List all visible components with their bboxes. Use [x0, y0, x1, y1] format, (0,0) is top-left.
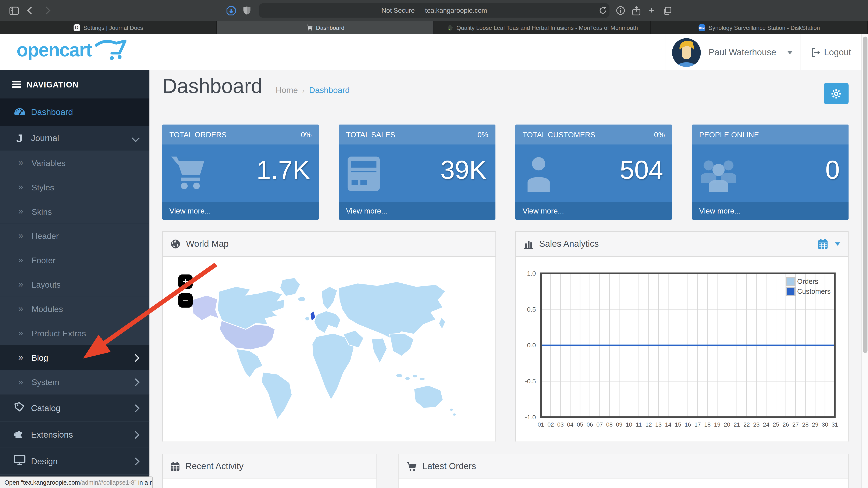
scrollbar-thumb[interactable]	[863, 36, 867, 353]
tab-monteas[interactable]: Quality Loose Leaf Teas and Herbal Infus…	[434, 21, 651, 34]
tab-synology[interactable]: DSM Synology Surveillance Station - Disk…	[651, 21, 868, 34]
svg-text:13: 13	[655, 421, 661, 428]
sales-analytics-panel: Sales Analytics 1.00.50.0-0.5-1.00102030…	[516, 231, 849, 442]
svg-text:21: 21	[734, 421, 740, 428]
guillemet-icon: »	[18, 206, 23, 216]
sidebar-item-label: Dashboard	[31, 107, 73, 117]
world-map-panel: World Map + −	[162, 231, 496, 442]
chart-legend: OrdersCustomers	[786, 276, 831, 296]
browser-toolbar: Not Secure — tea.kangaroopie.com +	[0, 0, 868, 21]
page-scrollbar[interactable]	[862, 34, 868, 488]
chevron-right-icon	[133, 353, 138, 362]
latest-orders-panel: Latest Orders	[398, 454, 848, 488]
svg-text:0.5: 0.5	[527, 306, 536, 313]
svg-text:26: 26	[783, 421, 789, 428]
panel-title: Sales Analytics	[539, 239, 599, 249]
legend-item: Orders	[786, 276, 831, 286]
tab-overview-icon[interactable]	[661, 0, 673, 21]
map-zoom-out-button[interactable]: −	[178, 293, 193, 307]
tile-label: TOTAL ORDERS	[169, 130, 226, 138]
guillemet-icon: »	[18, 352, 23, 362]
breadcrumb-current[interactable]: Dashboard	[309, 85, 350, 94]
svg-text:29: 29	[812, 421, 818, 428]
monitor-icon	[13, 455, 25, 467]
tab-dashboard[interactable]: Dashboard	[217, 21, 434, 34]
sidebar-item-modules[interactable]: »Modules	[0, 296, 149, 321]
sidebar-item-blog[interactable]: » Blog	[0, 345, 149, 369]
sidebar-item-variables[interactable]: »Variables	[0, 151, 149, 175]
svg-text:02: 02	[547, 421, 554, 428]
svg-text:18: 18	[704, 421, 711, 428]
guillemet-icon: »	[18, 231, 23, 240]
gauge-icon	[13, 106, 25, 119]
breadcrumb-home[interactable]: Home	[276, 85, 298, 94]
back-button[interactable]	[25, 0, 36, 21]
tab-title: Dashboard	[316, 24, 344, 31]
reader-info-icon[interactable]	[615, 0, 627, 21]
tab-title: Quality Loose Leaf Teas and Herbal Infus…	[457, 24, 638, 31]
extension-hand-icon[interactable]	[225, 0, 237, 21]
svg-text:12: 12	[646, 421, 652, 428]
forward-button[interactable]	[41, 0, 52, 21]
sidebar-item-skins[interactable]: »Skins	[0, 199, 149, 223]
guillemet-icon: »	[18, 280, 23, 289]
user-menu[interactable]: Paul Waterhouse	[665, 34, 800, 70]
browser-tab-bar: D Settings | Journal Docs Dashboard Qual…	[0, 21, 868, 34]
settings-button[interactable]	[824, 83, 849, 104]
map-zoom-in-button[interactable]: +	[178, 274, 193, 289]
world-map[interactable]	[163, 257, 495, 442]
tile-value: 504	[620, 154, 663, 185]
svg-text:11: 11	[636, 421, 642, 428]
guillemet-icon: »	[18, 328, 23, 338]
opencart-logo[interactable]: opencart	[17, 39, 127, 61]
hamburger-icon[interactable]	[12, 79, 21, 89]
main-content: Dashboard Home › Dashboard TOTAL ORDERS0…	[149, 70, 861, 488]
panel-title: Recent Activity	[185, 461, 244, 471]
sidebar-item-product-extras[interactable]: »Product Extras	[0, 321, 149, 345]
shield-icon[interactable]	[241, 0, 252, 21]
new-tab-icon[interactable]: +	[646, 0, 657, 21]
date-range-dropdown[interactable]	[817, 238, 840, 250]
sidebar-item-system[interactable]: » System	[0, 369, 149, 395]
svg-text:14: 14	[665, 421, 671, 428]
sidebar-item-styles[interactable]: »Styles	[0, 175, 149, 199]
legend-swatch	[786, 276, 795, 286]
url-bar[interactable]: Not Secure — tea.kangaroopie.com	[259, 3, 610, 18]
puzzle-icon	[13, 428, 25, 442]
nav-header-label: NAVIGATION	[27, 80, 79, 89]
view-more-link[interactable]: View more...	[162, 202, 319, 220]
svg-text:15: 15	[675, 421, 681, 428]
reload-icon[interactable]	[597, 0, 609, 21]
share-icon[interactable]	[630, 0, 642, 21]
chevron-right-icon	[133, 378, 138, 387]
svg-text:23: 23	[753, 421, 760, 428]
calendar-icon	[817, 238, 828, 250]
recent-activity-panel: Recent Activity	[162, 454, 377, 488]
sidebar-item-design[interactable]: Design	[0, 448, 149, 475]
view-more-link[interactable]: View more...	[692, 202, 848, 220]
sidebar-item-catalog[interactable]: Catalog	[0, 395, 149, 421]
journal-docs-favicon: D	[73, 24, 80, 31]
chevron-right-icon	[133, 456, 138, 466]
view-more-link[interactable]: View more...	[339, 202, 495, 220]
sidebar-toggle-icon[interactable]	[8, 0, 20, 21]
view-more-link[interactable]: View more...	[516, 202, 672, 220]
tab-journal-docs[interactable]: D Settings | Journal Docs	[0, 21, 217, 34]
sidebar-item-footer[interactable]: »Footer	[0, 248, 149, 272]
guillemet-icon: »	[18, 304, 23, 314]
svg-text:28: 28	[802, 421, 808, 428]
sidebar-item-header[interactable]: »Header	[0, 223, 149, 248]
person-icon	[523, 156, 557, 194]
svg-text:0.0: 0.0	[527, 341, 536, 349]
svg-text:10: 10	[626, 421, 632, 428]
chevron-right-icon	[133, 429, 138, 440]
logout-button[interactable]: Logout	[800, 34, 862, 70]
svg-text:20: 20	[724, 421, 730, 428]
svg-text:03: 03	[557, 421, 563, 428]
sidebar-item-dashboard[interactable]: Dashboard	[0, 98, 149, 126]
sidebar-item-journal[interactable]: J Journal	[0, 126, 149, 151]
cart-icon	[406, 462, 417, 471]
svg-text:31: 31	[832, 421, 838, 428]
sidebar-item-layouts[interactable]: »Layouts	[0, 272, 149, 296]
sidebar-item-extensions[interactable]: Extensions	[0, 421, 149, 448]
